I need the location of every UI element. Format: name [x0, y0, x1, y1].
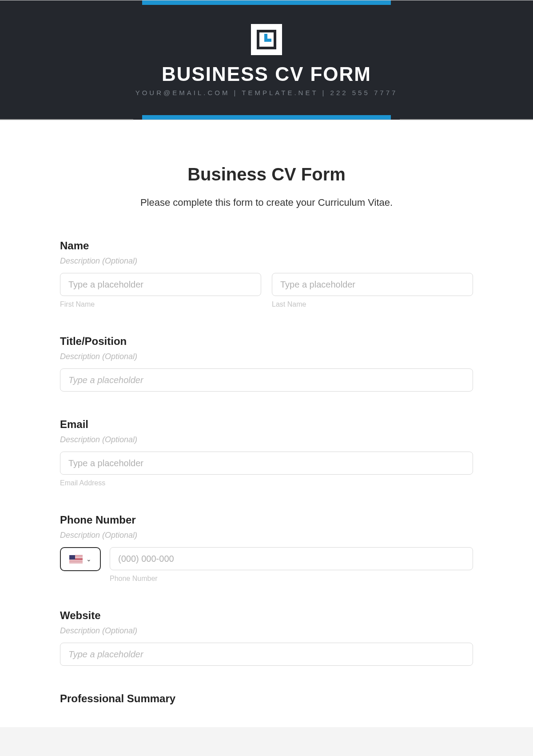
phone-sublabel: Phone Number [110, 575, 473, 583]
country-code-select[interactable]: ⌄ [60, 547, 101, 571]
name-description[interactable]: Description (Optional) [60, 256, 473, 266]
website-input[interactable] [60, 643, 473, 666]
accent-bar-bottom [142, 115, 391, 120]
last-name-input[interactable] [272, 273, 473, 296]
us-flag-icon [69, 555, 83, 563]
field-email: Email Description (Optional) Email Addre… [60, 418, 473, 487]
banner-subtitle: YOUR@EMAIL.COM | TEMPLATE.NET | 222 555 … [135, 89, 398, 96]
first-name-input[interactable] [60, 273, 261, 296]
last-name-sublabel: Last Name [272, 300, 473, 308]
first-name-sublabel: First Name [60, 300, 261, 308]
field-professional-summary: Professional Summary [60, 692, 473, 705]
page-title: Business CV Form [60, 164, 473, 184]
field-website: Website Description (Optional) [60, 609, 473, 666]
website-description[interactable]: Description (Optional) [60, 626, 473, 636]
summary-label: Professional Summary [60, 692, 473, 705]
name-label: Name [60, 240, 473, 252]
phone-label: Phone Number [60, 514, 473, 526]
email-input[interactable] [60, 452, 473, 475]
svg-rect-2 [264, 39, 271, 42]
divider-right [400, 119, 533, 120]
chevron-down-icon: ⌄ [86, 556, 91, 563]
website-label: Website [60, 609, 473, 622]
title-description[interactable]: Description (Optional) [60, 352, 473, 361]
field-phone: Phone Number Description (Optional) ⌄ Ph… [60, 514, 473, 583]
banner-title: BUSINESS CV FORM [162, 63, 371, 85]
phone-number-input[interactable] [110, 547, 473, 570]
accent-bar-top [142, 0, 391, 5]
email-sublabel: Email Address [60, 479, 473, 487]
form-banner: BUSINESS CV FORM YOUR@EMAIL.COM | TEMPLA… [0, 0, 533, 120]
page-intro: Please complete this form to create your… [60, 197, 473, 208]
logo-icon [251, 24, 282, 55]
email-label: Email [60, 418, 473, 431]
divider-left [0, 119, 133, 120]
email-description[interactable]: Description (Optional) [60, 435, 473, 444]
field-title-position: Title/Position Description (Optional) [60, 335, 473, 392]
phone-description[interactable]: Description (Optional) [60, 531, 473, 540]
title-label: Title/Position [60, 335, 473, 348]
field-name: Name Description (Optional) First Name L… [60, 240, 473, 308]
title-position-input[interactable] [60, 368, 473, 392]
